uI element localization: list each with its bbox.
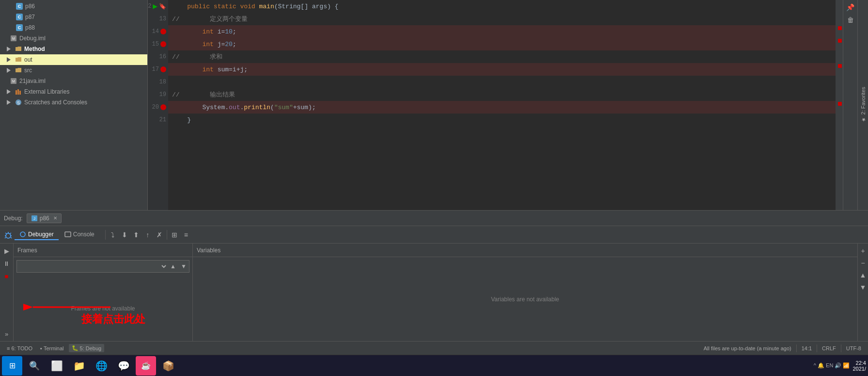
tab-console[interactable]: Console <box>60 229 99 240</box>
java-tab-icon: J <box>31 215 38 222</box>
extra-button[interactable]: 📦 <box>158 356 178 376</box>
file-explorer-button[interactable]: 📁 <box>69 356 89 376</box>
more-button[interactable]: » <box>1 328 12 339</box>
terminal-tab[interactable]: ▪ Terminal <box>37 344 66 352</box>
debug-tab-close[interactable]: ✕ <box>53 215 57 221</box>
arrow-out <box>5 56 13 64</box>
tray-icons: ^ 🔔 EN 🔊 📶 <box>814 362 850 369</box>
sidebar-item-src[interactable]: src <box>0 65 147 76</box>
exec-arrow-icon: ▶ <box>153 1 158 11</box>
step-out-button[interactable]: ⬆ <box>131 229 142 240</box>
todo-tab[interactable]: ≡ 6: TODO <box>4 344 35 352</box>
wechat-button[interactable]: 💬 <box>113 356 134 376</box>
system-tray: ^ 🔔 EN 🔊 📶 22:4 2021/ <box>814 360 866 372</box>
sidebar-item-21java-iml[interactable]: M 21java.iml <box>0 76 147 86</box>
debug-header: Debug: J p86 ✕ <box>0 211 868 226</box>
search-button[interactable]: 🔍 <box>24 356 45 376</box>
line-separator[interactable]: CRLF <box>819 344 839 352</box>
toolbar-separator-1 <box>105 230 106 240</box>
editor-area: 12 ▶ 🔖 13 14 15 <box>148 0 857 210</box>
gutter-line-19: 19 <box>148 88 166 101</box>
pin-button[interactable]: 📌 <box>845 2 856 13</box>
debug-tab-status[interactable]: 🐛 5: Debug <box>69 344 105 352</box>
sidebar-item-method[interactable]: Method <box>0 44 147 54</box>
debug-status-icon: 🐛 <box>72 345 79 351</box>
bug-icon <box>4 230 13 239</box>
arrow-external <box>5 88 13 96</box>
sidebar-label-src: src <box>24 67 32 74</box>
tab-debugger[interactable]: Debugger <box>15 229 59 240</box>
breakpoint-20[interactable] <box>160 104 166 110</box>
add-watch-button[interactable]: + <box>858 245 868 256</box>
class-icon-p87: C <box>16 13 23 21</box>
date: 2021/ <box>852 366 866 372</box>
sidebar: C p86 C p87 C p88 <box>0 0 148 210</box>
frames-select[interactable] <box>17 262 168 270</box>
sidebar-item-p88[interactable]: C p88 <box>0 22 147 33</box>
variables-button[interactable]: ≡ <box>181 229 191 240</box>
sidebar-item-debug-iml[interactable]: M Debug.iml <box>0 33 147 44</box>
breakpoint-15[interactable] <box>160 41 166 47</box>
folder-icon-method <box>15 45 22 53</box>
library-icon <box>15 88 22 96</box>
step-into-button[interactable]: ⬇ <box>119 229 130 240</box>
pause-button[interactable]: ⏸ <box>1 258 12 269</box>
cursor-position[interactable]: 14:1 <box>799 344 815 352</box>
taskbar: ⊞ 🔍 ⬜ 📁 🌐 💬 ☕ 📦 ^ 🔔 EN 🔊 📶 22:4 2021/ <box>0 355 868 376</box>
frames-button[interactable]: ⊞ <box>169 229 180 240</box>
variables-message: Variables are not available <box>193 257 857 341</box>
right-toolbar: 📌 🗑 <box>843 0 857 210</box>
scroll-up-button[interactable]: ▲ <box>858 270 868 280</box>
chrome-button[interactable]: 🌐 <box>91 356 111 376</box>
frames-label: Frames <box>17 247 37 254</box>
sidebar-item-p87[interactable]: C p87 <box>0 12 147 22</box>
scratch-icon: S <box>15 98 22 106</box>
stop-button[interactable]: ■ <box>1 271 12 281</box>
sidebar-item-out[interactable]: out <box>0 54 147 65</box>
clock: 22:4 2021/ <box>852 360 866 372</box>
debug-bug-button[interactable] <box>3 229 14 240</box>
frames-up-button[interactable]: ▲ <box>168 261 178 272</box>
scroll-down-button[interactable]: ▼ <box>858 282 868 293</box>
remove-watch-button[interactable]: − <box>858 258 868 268</box>
frames-nav: ▲ ▼ <box>168 261 189 272</box>
run-to-cursor-button[interactable]: ↑ <box>142 229 153 240</box>
frames-down-button[interactable]: ▼ <box>178 261 189 272</box>
svg-text:J: J <box>33 216 35 221</box>
breakpoint-17[interactable] <box>160 66 166 72</box>
encoding[interactable]: UTF-8 <box>843 344 864 352</box>
start-button[interactable]: ⊞ <box>2 356 22 376</box>
debug-tab-p86[interactable]: J p86 ✕ <box>27 213 62 223</box>
delete-button[interactable]: 🗑 <box>845 15 856 25</box>
frames-message: Frames are not available <box>14 276 192 341</box>
step-over-button[interactable]: ⤵ <box>108 229 118 240</box>
sidebar-item-scratches[interactable]: S Scratches and Consoles <box>0 97 147 108</box>
folder-icon-src <box>15 66 22 74</box>
variables-panel: Variables Variables are not available <box>193 244 857 341</box>
task-view-button[interactable]: ⬜ <box>47 356 67 376</box>
sidebar-item-p86[interactable]: C p86 <box>0 1 147 12</box>
sidebar-label-debug-iml: Debug.iml <box>19 35 46 42</box>
code-lines[interactable]: public static void main(String[] args) {… <box>168 0 836 210</box>
evaluate-button[interactable]: ✗ <box>154 229 165 240</box>
frames-dropdown[interactable]: ▲ ▼ <box>16 260 189 273</box>
code-line-13: // 定义两个变量 <box>168 13 836 25</box>
frames-panel: Frames ▲ ▼ Frames are not available <box>14 244 193 341</box>
gutter-line-13: 13 <box>148 13 166 25</box>
variables-panel-header: Variables <box>193 244 857 257</box>
resume-button[interactable]: ▶ <box>1 245 12 256</box>
code-view: 12 ▶ 🔖 13 14 15 <box>148 0 857 210</box>
sidebar-label-out: out <box>24 56 32 63</box>
gutter-line-17: 17 <box>148 63 166 76</box>
code-line-18 <box>168 76 836 88</box>
sidebar-item-external-libraries[interactable]: External Libraries <box>0 86 147 97</box>
bp-marker-14 <box>838 26 842 30</box>
breakpoint-14[interactable] <box>160 29 166 34</box>
svg-text:S: S <box>17 100 20 105</box>
sidebar-label-21java-iml: 21java.iml <box>19 78 46 84</box>
intellij-button[interactable]: ☕ <box>136 356 156 376</box>
iml-icon: M <box>10 34 17 42</box>
arrow-src <box>5 66 13 74</box>
status-separator-2 <box>817 344 817 352</box>
debug-panel: Debug: J p86 ✕ <box>0 210 868 341</box>
